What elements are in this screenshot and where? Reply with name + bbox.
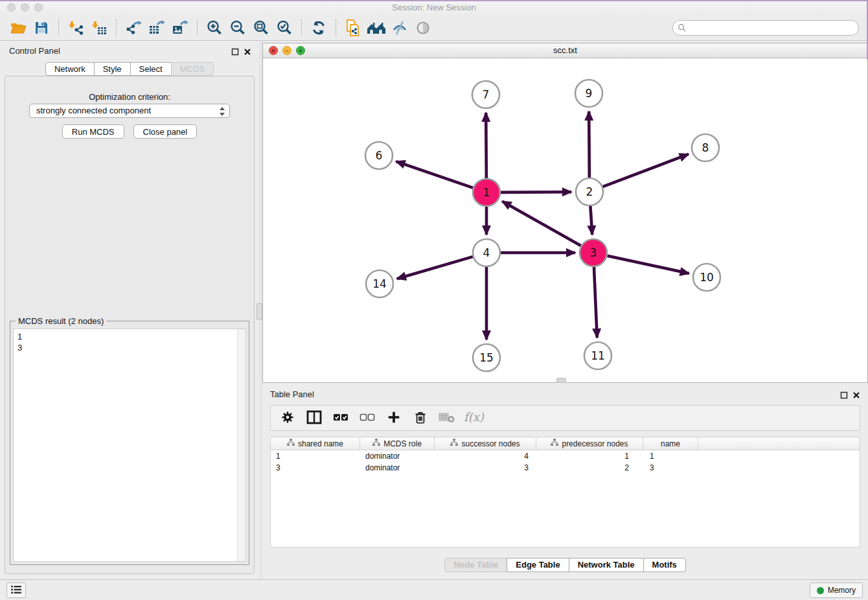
zoom-selected-icon: [276, 19, 293, 36]
export-network-button[interactable]: [122, 18, 145, 38]
tab-select[interactable]: Select: [130, 62, 172, 76]
home-button[interactable]: [365, 18, 388, 38]
svg-text:f(x): f(x): [464, 410, 485, 424]
zoom-in-button[interactable]: [203, 18, 226, 38]
horizontal-splitter-grip[interactable]: [556, 378, 566, 383]
table-panel-title: Table Panel: [270, 389, 314, 399]
graph-node-2[interactable]: 2: [576, 178, 603, 205]
graph-node-11[interactable]: 11: [584, 342, 611, 369]
show-panels-button[interactable]: [6, 583, 26, 598]
close-panel-button[interactable]: Close panel: [133, 124, 198, 139]
tab-mcds[interactable]: MCDS: [171, 62, 214, 76]
table-panel-window-controls: [840, 390, 860, 398]
zoom-out-button[interactable]: [226, 18, 249, 38]
graph-node-4[interactable]: 4: [473, 239, 500, 266]
table-row[interactable]: 1dominator411: [271, 452, 860, 462]
save-session-button[interactable]: [30, 18, 53, 38]
graph-edge-2-9[interactable]: [589, 111, 589, 178]
result-scrollbar[interactable]: [237, 329, 246, 561]
graph-edge-3-10[interactable]: [607, 256, 689, 273]
open-session-button[interactable]: [6, 18, 30, 38]
deselect-all-icon: [360, 411, 375, 425]
network-canvas[interactable]: 7968124314101511: [263, 58, 867, 382]
column-header-name[interactable]: name: [643, 437, 698, 450]
table-row[interactable]: 3dominator323: [271, 463, 860, 474]
import-table-button[interactable]: [87, 18, 111, 38]
tab-network[interactable]: Network: [45, 62, 95, 76]
close-panel-icon[interactable]: [244, 47, 251, 54]
columns-button[interactable]: [306, 410, 322, 426]
deselect-all-button[interactable]: [360, 410, 375, 426]
refresh-button[interactable]: [307, 18, 330, 38]
table-cell: 2: [536, 463, 643, 474]
home-icon: [367, 20, 386, 36]
tab-edge-table[interactable]: Edge Table: [507, 558, 569, 572]
graph-edge-2-8[interactable]: [603, 154, 689, 187]
tab-style[interactable]: Style: [94, 62, 131, 76]
select-all-button[interactable]: [333, 410, 348, 426]
control-panel-tabs: NetworkStyleSelectMCDS: [0, 62, 259, 76]
graph-edge-2-3[interactable]: [590, 206, 592, 235]
visibility-button[interactable]: [388, 18, 411, 38]
graph-edge-1-2[interactable]: [501, 192, 571, 192]
table-cell: 4: [435, 452, 536, 462]
graph-node-15[interactable]: 15: [473, 344, 500, 371]
settings-button[interactable]: [280, 410, 295, 426]
clone-network-button[interactable]: [341, 18, 365, 38]
export-image-button[interactable]: [168, 18, 192, 38]
column-header-successor-nodes[interactable]: successor nodes: [435, 437, 536, 450]
network-graph: 7968124314101511: [263, 58, 867, 382]
tab-node-table[interactable]: Node Table: [444, 558, 507, 572]
open-session-icon: [10, 20, 27, 36]
graph-node-14[interactable]: 14: [366, 270, 393, 297]
node-table-header: shared nameMCDS rolesuccessor nodesprede…: [271, 437, 860, 450]
vertical-splitter-grip[interactable]: [257, 303, 262, 320]
graph-node-3[interactable]: 3: [580, 239, 607, 266]
graph-edge-1-6[interactable]: [396, 161, 473, 188]
add-column-icon: [387, 410, 401, 426]
column-header-predecessor-nodes[interactable]: predecessor nodes: [536, 437, 643, 450]
float-panel-icon[interactable]: [231, 47, 239, 54]
run-mcds-button[interactable]: Run MCDS: [62, 124, 124, 139]
graph-node-8[interactable]: 8: [692, 134, 719, 161]
search-input[interactable]: [672, 20, 859, 36]
close-panel-icon[interactable]: [852, 390, 860, 398]
graph-node-label: 7: [483, 88, 490, 101]
mcds-result-list[interactable]: 13: [13, 329, 246, 562]
graph-edge-4-14[interactable]: [397, 257, 473, 279]
column-header-MCDS-role[interactable]: MCDS role: [360, 437, 435, 450]
graph-edge-3-1[interactable]: [502, 202, 580, 246]
float-panel-icon[interactable]: [840, 390, 848, 398]
delete-columns-icon: [414, 410, 427, 426]
control-panel-title: Control Panel: [9, 46, 60, 56]
import-network-button[interactable]: [64, 18, 87, 38]
memory-button[interactable]: Memory: [810, 583, 863, 598]
function-builder-icon: f(x): [463, 410, 485, 427]
graph-edge-3-11[interactable]: [594, 267, 597, 338]
network-view-window: ✕ − + scc.txt 7968124314101511: [262, 43, 868, 383]
export-table-button[interactable]: [145, 18, 168, 38]
mcds-result-title: MCDS result (2 nodes): [16, 316, 106, 326]
zoom-fit-button[interactable]: [249, 18, 273, 38]
main-toolbar: [0, 16, 868, 41]
add-column-button[interactable]: [386, 410, 402, 426]
graph-node-1[interactable]: 1: [473, 179, 500, 206]
graph-node-10[interactable]: 10: [693, 264, 720, 291]
graph-edge-1-7[interactable]: [486, 113, 486, 178]
column-header-label: predecessor nodes: [562, 439, 628, 448]
delete-columns-button[interactable]: [413, 410, 428, 426]
criterion-dropdown[interactable]: strongly connected component: [29, 104, 230, 118]
zoom-selected-button[interactable]: [273, 18, 296, 38]
zoom-fit-icon: [253, 19, 269, 36]
column-header-shared-name[interactable]: shared name: [271, 437, 360, 450]
tab-motifs[interactable]: Motifs: [643, 558, 686, 572]
table-cell: dominator: [360, 463, 435, 474]
graph-node-9[interactable]: 9: [575, 80, 602, 107]
eye-button: [411, 18, 435, 38]
toolbar-separator: [301, 19, 302, 36]
tab-network-table[interactable]: Network Table: [569, 558, 644, 572]
graph-node-6[interactable]: 6: [365, 142, 393, 169]
graph-node-7[interactable]: 7: [472, 81, 499, 108]
mcds-buttons: Run MCDS Close panel: [5, 124, 254, 139]
list-icon: [10, 585, 22, 596]
